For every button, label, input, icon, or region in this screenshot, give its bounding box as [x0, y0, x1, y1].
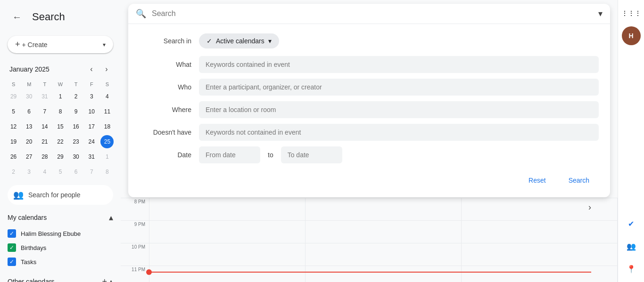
calendar-item[interactable]: ✓Halim Blessing Ebube [8, 226, 113, 241]
calendar-day[interactable]: 23 [69, 135, 83, 148]
my-calendars-header[interactable]: My calendars ▴ [8, 209, 113, 226]
calendar-day[interactable]: 17 [85, 120, 98, 133]
calendar-day[interactable]: 25 [100, 135, 114, 148]
calendar-checkbox[interactable]: ✓ [8, 229, 16, 238]
my-calendars-title: My calendars [8, 214, 47, 221]
calendar-day[interactable]: 6 [69, 165, 83, 178]
other-calendars-header[interactable]: Other calendars + ▴ [8, 273, 113, 282]
calendar-item[interactable]: ✓Birthdays [8, 241, 113, 255]
calendar-day[interactable]: 2 [7, 165, 20, 178]
calendar-day[interactable]: 10 [85, 105, 98, 118]
time-cell[interactable] [462, 243, 618, 266]
time-cell[interactable] [305, 221, 462, 243]
expand-icon[interactable]: › [588, 202, 591, 212]
calendar-day-cell: 2 [68, 89, 84, 104]
calendar-day-cell: 8 [52, 104, 68, 119]
create-button[interactable]: + + Create ▾ [8, 36, 113, 53]
calendar-day[interactable]: 12 [7, 120, 20, 133]
search-input[interactable] [152, 9, 593, 18]
calendar-day[interactable]: 28 [38, 150, 51, 163]
calendar-day[interactable]: 16 [69, 120, 83, 133]
time-cell[interactable] [305, 198, 462, 220]
from-date-input[interactable] [199, 146, 260, 163]
calendar-day[interactable]: 6 [23, 105, 36, 118]
calendar-day[interactable]: 27 [23, 150, 36, 163]
search-in-label: Search in [140, 37, 191, 45]
chevron-down-icon: ▾ [103, 41, 106, 48]
search-dropdown-icon[interactable]: ▾ [598, 8, 603, 19]
calendar-checkbox[interactable]: ✓ [8, 243, 16, 252]
calendar-day[interactable]: 7 [38, 105, 51, 118]
calendar-day[interactable]: 1 [54, 90, 67, 103]
calendar-day-cell: 6 [21, 104, 37, 119]
calendar-day[interactable]: 29 [54, 150, 67, 163]
calendar-day[interactable]: 22 [54, 135, 67, 148]
back-icon: ← [12, 12, 22, 23]
tasks-icon[interactable]: ✔ [622, 214, 641, 233]
calendar-day-cell: 4 [37, 164, 52, 179]
active-calendars-button[interactable]: ✓ Active calendars ▾ [199, 33, 279, 48]
calendar-day[interactable]: 14 [38, 120, 51, 133]
time-cell[interactable] [149, 266, 305, 282]
prev-month-button[interactable]: ‹ [85, 63, 98, 76]
time-cell[interactable] [462, 266, 618, 282]
calendar-day[interactable]: 18 [100, 120, 114, 133]
calendar-day[interactable]: 31 [38, 90, 51, 103]
calendar-day[interactable]: 21 [38, 135, 51, 148]
calendar-day[interactable]: 20 [23, 135, 36, 148]
add-other-calendar-icon[interactable]: + [102, 277, 107, 282]
doesnt-have-input[interactable] [199, 124, 599, 141]
next-month-button[interactable]: › [100, 63, 113, 76]
what-input[interactable] [199, 56, 599, 73]
calendar-day[interactable]: 5 [7, 105, 20, 118]
calendar-day[interactable]: 8 [54, 105, 67, 118]
calendar-day[interactable]: 5 [54, 165, 67, 178]
search-people-button[interactable]: 👥 Search for people [8, 185, 113, 205]
search-button[interactable]: Search [559, 173, 599, 188]
time-cell[interactable] [149, 243, 305, 266]
account-icon[interactable]: H [622, 26, 641, 45]
time-cell[interactable] [462, 221, 618, 243]
maps-icon[interactable]: 📍 [622, 259, 641, 278]
calendar-day[interactable]: 29 [7, 90, 20, 103]
reset-button[interactable]: Reset [519, 173, 555, 188]
mini-calendar: January 2025 ‹ › SMTWTFS 293031123456789… [0, 61, 121, 179]
time-cell[interactable] [462, 198, 618, 220]
calendar-day[interactable]: 19 [7, 135, 20, 148]
calendar-day[interactable]: 30 [23, 90, 36, 103]
calendar-day[interactable]: 24 [85, 135, 98, 148]
calendar-day[interactable]: 26 [7, 150, 20, 163]
calendar-day[interactable]: 30 [69, 150, 83, 163]
calendar-item[interactable]: ✓Tasks [8, 255, 113, 269]
time-cell[interactable] [305, 243, 462, 266]
time-cell[interactable] [149, 221, 305, 243]
calendar-day[interactable]: 2 [69, 90, 83, 103]
date-label: Date [140, 151, 191, 159]
back-button[interactable]: ← [8, 8, 26, 26]
who-input[interactable] [199, 79, 599, 96]
time-cell[interactable] [305, 266, 462, 282]
calendar-checkbox[interactable]: ✓ [8, 258, 16, 266]
calendar-day[interactable]: 13 [23, 120, 36, 133]
where-input[interactable] [199, 101, 599, 118]
calendar-day[interactable]: 3 [85, 90, 98, 103]
calendar-day[interactable]: 4 [38, 165, 51, 178]
calendar-day[interactable]: 7 [85, 165, 98, 178]
time-cell[interactable] [149, 198, 305, 220]
calendar-day-cell: 21 [37, 134, 52, 149]
search-in-row: Search in ✓ Active calendars ▾ [140, 33, 599, 48]
calendar-day[interactable]: 11 [100, 105, 114, 118]
to-date-input[interactable] [281, 146, 342, 163]
apps-icon[interactable]: ⋮⋮⋮ [622, 4, 641, 23]
calendar-name: Halim Blessing Ebube [21, 230, 81, 237]
calendar-day[interactable]: 4 [100, 90, 114, 103]
calendar-day[interactable]: 3 [23, 165, 36, 178]
calendar-day[interactable]: 9 [69, 105, 83, 118]
calendar-day[interactable]: 15 [54, 120, 67, 133]
calendar-day[interactable]: 8 [100, 165, 114, 178]
calendar-day[interactable]: 1 [100, 150, 114, 163]
calendar-day-cell: 11 [99, 104, 115, 119]
calendar-day[interactable]: 31 [85, 150, 98, 163]
calendar-day-cell: 16 [68, 119, 84, 134]
contacts-icon[interactable]: 👥 [622, 237, 641, 256]
